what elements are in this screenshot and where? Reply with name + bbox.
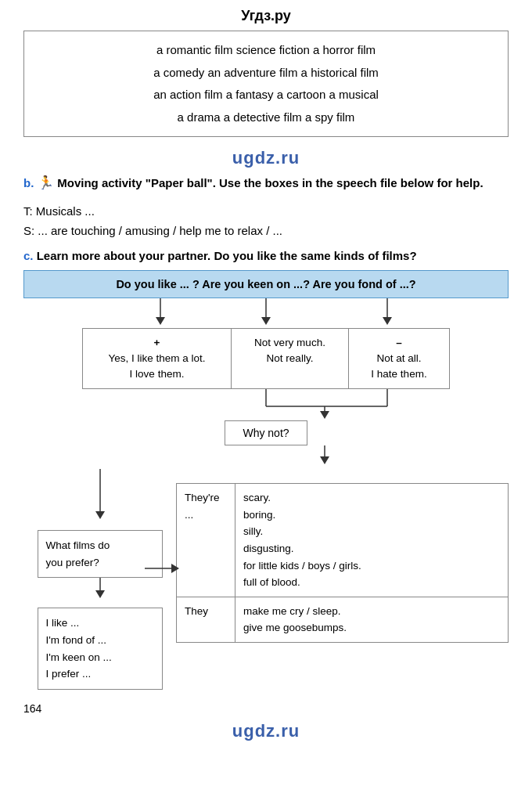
top-arrows: [82, 298, 450, 328]
response-row: + Yes, I like them a lot.I love them. No…: [23, 328, 509, 390]
header-title: Угдз.ру: [241, 8, 291, 23]
left-column: What films doyou prefer? I like ... I'm …: [23, 467, 176, 690]
dialogue: T: Musicals ... S: ... are touching / am…: [23, 201, 509, 241]
svg-marker-19: [171, 564, 179, 573]
prefer-box: What films doyou prefer?: [38, 530, 163, 578]
footer-watermark: ugdz.ru: [0, 721, 532, 741]
vocab-line-3: an action film a fantasy a cartoon a mus…: [37, 84, 495, 106]
svg-marker-13: [320, 456, 329, 464]
minus-box: – Not at all.I hate them.: [348, 328, 450, 390]
watermark-1: ugdz.ru: [23, 148, 509, 168]
person-icon: 🏃: [38, 175, 58, 190]
svg-marker-5: [383, 317, 392, 325]
plus-box: + Yes, I like them a lot.I love them.: [82, 328, 231, 390]
svg-marker-15: [95, 511, 105, 519]
why-not-container: Why not?: [23, 420, 509, 445]
like-arrow: [145, 561, 184, 576]
neutral-box: Not very much.Not really.: [231, 328, 348, 390]
section-c-label: c.: [23, 249, 34, 262]
plus-label: +: [91, 335, 223, 351]
minus-label: –: [357, 335, 441, 351]
vocab-box: a romantic film science fiction a horror…: [23, 31, 509, 137]
plus-arrow: [65, 469, 135, 524]
question-box: Do you like ... ? Are you keen on ...? A…: [23, 270, 509, 298]
section-b-text: Moving activity "Paper ball". Use the bo…: [57, 176, 483, 189]
right-column: They're ... scary. boring. silly. disgus…: [176, 467, 509, 643]
site-header: Угдз.ру: [23, 8, 509, 24]
vocab-line-1: a romantic film science fiction a horror…: [37, 39, 495, 62]
whynot-arrow: [82, 445, 450, 467]
vocab-line-2: a comedy an adventure film a historical …: [37, 62, 495, 85]
dialogue-s: S: ... are touching / amusing / help me …: [23, 221, 509, 241]
page-number: 164: [23, 702, 509, 715]
svg-marker-1: [156, 317, 165, 325]
mid-arrows: [82, 389, 450, 420]
reason-table: They're ... scary. boring. silly. disgus…: [176, 483, 509, 643]
flowchart: Do you like ... ? Are you keen on ...? A…: [23, 270, 509, 690]
section-c: c. Learn more about your partner. Do you…: [23, 249, 509, 262]
like-box: I like ... I'm fond of ... I'm keen on .…: [38, 608, 163, 689]
table-row-theyre: They're ... scary. boring. silly. disgus…: [177, 484, 509, 597]
svg-marker-9: [320, 411, 329, 419]
minus-text: Not at all.I hate them.: [357, 351, 441, 383]
bottom-section: What films doyou prefer? I like ... I'm …: [23, 467, 509, 690]
plus-text: Yes, I like them a lot.I love them.: [91, 351, 223, 383]
section-c-text: Learn more about your partner. Do you li…: [37, 249, 417, 262]
why-not-box: Why not?: [225, 420, 307, 445]
theyre-label: They're ...: [177, 484, 235, 597]
like-to-reason-arrow: [176, 467, 509, 483]
section-b-label: b.: [23, 176, 34, 189]
prefer-arrow: [88, 578, 112, 601]
svg-marker-17: [95, 590, 105, 598]
svg-marker-3: [261, 317, 271, 325]
theyre-items: scary. boring. silly. disgusting. for li…: [235, 484, 509, 597]
dialogue-t: T: Musicals ...: [23, 201, 509, 222]
vocab-line-4: a drama a detective film a spy film: [37, 106, 495, 129]
section-b: b. 🏃 Moving activity "Paper ball". Use t…: [23, 173, 509, 193]
table-row-they: They make me cry / sleep. give me gooseb…: [177, 597, 509, 642]
neutral-text: Not very much.Not really.: [239, 335, 340, 367]
they-items: make me cry / sleep. give me goosebumps.: [235, 597, 509, 642]
they-label: They: [177, 597, 235, 642]
